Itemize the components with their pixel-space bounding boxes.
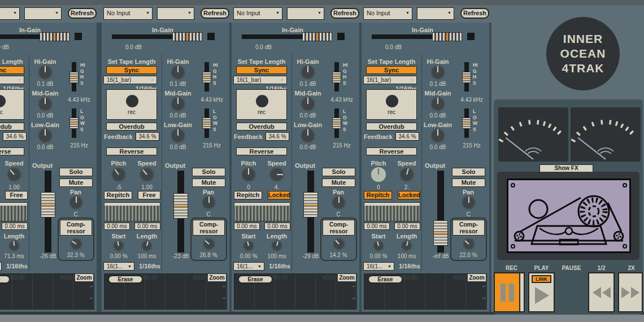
ms-right-value[interactable]: 0.00 ms [2, 223, 28, 230]
output-fader-handle[interactable] [303, 192, 318, 217]
highs-slider-handle[interactable] [202, 72, 211, 83]
reverse-button[interactable]: Reverse [106, 147, 157, 155]
link-badge[interactable]: LINK [532, 275, 551, 283]
highs-slider[interactable] [334, 62, 339, 92]
waveform-display[interactable]: 2000.00 4000.00 Zoom Erase [0, 273, 94, 310]
input-device-dropdown[interactable]: No Input [233, 7, 282, 20]
lows-slider[interactable] [464, 108, 469, 138]
zoom-button[interactable]: Zoom [208, 274, 226, 281]
pan-knob[interactable] [69, 195, 83, 210]
input-device-dropdown[interactable]: No Input [363, 7, 412, 20]
refresh-button[interactable]: Refresh [330, 8, 359, 19]
lock-button[interactable]: Locked [268, 191, 290, 199]
low-gain-knob[interactable] [171, 128, 185, 143]
mute-button[interactable]: Mute [322, 179, 355, 187]
rec-button[interactable]: rec [0, 89, 24, 120]
overdub-button[interactable]: Overdub [236, 123, 287, 130]
ms-left-value[interactable]: 0.00 ms [364, 223, 390, 230]
highs-slider[interactable] [204, 62, 209, 92]
ms-right-value[interactable]: 0.00 ms [264, 223, 290, 230]
lows-slider-handle[interactable] [332, 118, 341, 129]
feedback-value[interactable]: 34.6 % [3, 132, 27, 141]
waveform-display[interactable]: 2000.00 4000.00 Zoom Erase [104, 273, 227, 310]
in-gain-slider-handle[interactable] [172, 32, 202, 41]
overdub-button[interactable]: Overdub [0, 123, 24, 130]
pan-knob[interactable] [462, 195, 476, 210]
in-gain-slider-handle[interactable] [40, 32, 69, 41]
ms-left-value[interactable]: 0.00 ms [234, 223, 260, 230]
erase-button[interactable]: Erase [108, 275, 143, 284]
start-knob[interactable] [373, 240, 384, 251]
mid-gain-knob[interactable] [301, 97, 315, 111]
solo-button[interactable]: Solo [59, 168, 93, 176]
show-fx-button[interactable]: Show FX [539, 164, 593, 172]
low-gain-knob[interactable] [430, 128, 445, 143]
highs-slider[interactable] [72, 62, 76, 92]
highs-slider[interactable] [464, 62, 469, 92]
low-gain-knob[interactable] [38, 128, 53, 143]
quantize-dropdown[interactable]: 16(1... [363, 262, 394, 271]
quantize-dropdown[interactable]: 16(1... [233, 262, 264, 271]
output-fader[interactable] [177, 171, 184, 253]
solo-button[interactable]: Solo [322, 168, 355, 176]
in-gain-slider[interactable] [372, 32, 462, 41]
mute-button[interactable]: Mute [59, 179, 93, 187]
mid-gain-knob[interactable] [171, 97, 185, 111]
rec-button[interactable]: rec [106, 89, 157, 120]
erase-button[interactable]: Erase [238, 275, 273, 284]
highs-slider-handle[interactable] [332, 72, 341, 83]
rec-button[interactable]: rec [236, 89, 287, 120]
output-fader[interactable] [45, 171, 51, 253]
input-channel-dropdown[interactable] [417, 7, 454, 20]
output-fader[interactable] [437, 171, 444, 253]
output-fader[interactable] [307, 171, 314, 253]
lows-slider-handle[interactable] [69, 118, 79, 129]
refresh-button[interactable]: Refresh [201, 8, 229, 19]
hi-gain-knob[interactable] [430, 65, 445, 80]
zoom-button[interactable]: Zoom [338, 274, 356, 281]
pitch-knob[interactable] [371, 167, 386, 182]
low-gain-knob[interactable] [301, 128, 315, 143]
ms-right-value[interactable]: 0.00 ms [134, 223, 160, 230]
rec-button[interactable]: rec [366, 89, 417, 120]
refresh-button[interactable]: Refresh [460, 8, 489, 19]
pause-transport-button[interactable] [494, 272, 520, 312]
solo-button[interactable]: Solo [452, 168, 485, 176]
speed-knob[interactable] [399, 167, 414, 182]
in-gain-slider-handle[interactable] [302, 32, 332, 41]
reverse-button[interactable]: Reverse [236, 147, 287, 155]
hi-gain-knob[interactable] [301, 65, 315, 80]
sync-button[interactable]: Sync [236, 66, 287, 74]
waveform-display[interactable]: 2000.00 4000.00 Zoom Erase [364, 273, 487, 310]
output-fader-handle[interactable] [433, 220, 448, 246]
input-device-dropdown[interactable] [0, 7, 20, 20]
lows-slider[interactable] [72, 108, 76, 138]
highs-slider-handle[interactable] [69, 72, 79, 83]
erase-button[interactable]: Erase [0, 275, 10, 284]
refresh-button[interactable]: Refresh [68, 8, 97, 19]
compressor-knob[interactable] [333, 238, 345, 250]
compressor-knob[interactable] [70, 238, 82, 250]
play-transport-button[interactable]: LINK [528, 272, 555, 312]
input-device-dropdown[interactable]: No Input [103, 7, 153, 20]
sync-button[interactable]: Sync [366, 66, 417, 74]
tape-length-dropdown[interactable]: 16(1_bar) [233, 76, 287, 84]
length-knob[interactable] [401, 240, 412, 251]
compressor-button[interactable]: Comp- ressor [60, 220, 92, 236]
compressor-button[interactable]: Comp- ressor [323, 220, 355, 236]
zoom-button[interactable]: Zoom [75, 274, 93, 281]
length-knob[interactable] [8, 240, 20, 251]
pan-knob[interactable] [332, 195, 346, 210]
tape-length-dropdown[interactable]: 16(1_bar) [0, 76, 24, 84]
feedback-value[interactable]: 34.6 % [395, 132, 419, 141]
input-channel-dropdown[interactable] [24, 7, 62, 20]
tape-length-dropdown[interactable]: 16(1_bar) [363, 76, 417, 84]
lows-slider[interactable] [204, 108, 209, 138]
mute-button[interactable]: Mute [192, 179, 225, 187]
pitch-knob[interactable] [111, 167, 126, 182]
highs-slider-handle[interactable] [462, 72, 471, 83]
lock-button[interactable]: Locked [398, 191, 420, 199]
half-speed-transport-button[interactable] [588, 272, 615, 312]
repitch-button[interactable]: Repitch [234, 191, 262, 199]
compressor-knob[interactable] [203, 238, 215, 250]
